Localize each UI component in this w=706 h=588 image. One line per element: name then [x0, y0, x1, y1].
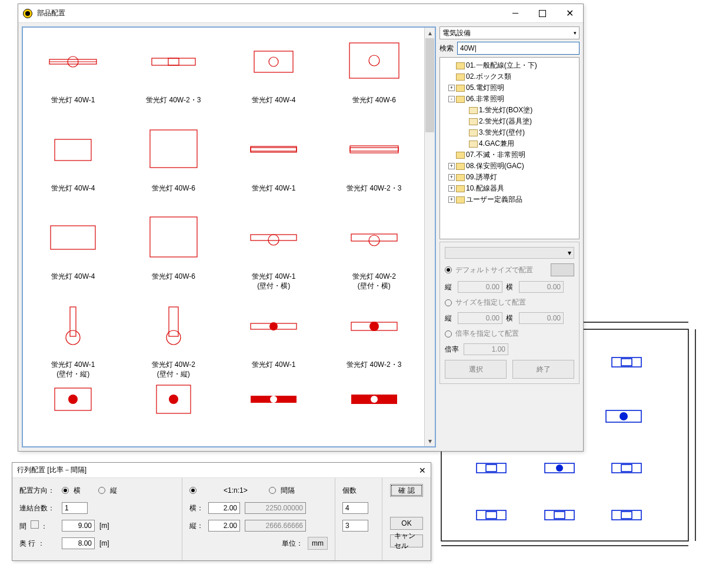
calc-v-output — [245, 520, 306, 532]
folder-icon — [456, 62, 465, 69]
palette-scrollbar[interactable]: ▴ ▾ — [424, 28, 435, 446]
size-h-input — [519, 312, 564, 324]
radio-gap[interactable] — [269, 487, 276, 494]
close-button[interactable]: ✕ — [556, 5, 583, 22]
window-title: 部品配置 — [37, 8, 502, 18]
tree-node[interactable]: +05.電灯照明 — [441, 82, 578, 93]
ratio-v-input[interactable] — [208, 520, 240, 532]
default-button[interactable] — [551, 263, 574, 276]
tree-node[interactable]: +09.誘導灯 — [441, 172, 578, 183]
tree-node[interactable]: 3.蛍光灯(壁付) — [441, 127, 578, 138]
palette-item[interactable]: 蛍光灯 40W-2・3 — [324, 292, 425, 380]
scroll-up-icon[interactable]: ▴ — [425, 28, 435, 38]
tree-spacer — [461, 129, 468, 136]
palette-item[interactable]: 蛍光灯 40W-1 — [23, 28, 124, 116]
scroll-thumb[interactable] — [425, 38, 434, 132]
unit-button[interactable]: mm — [308, 537, 328, 550]
palette-item[interactable]: 蛍光灯 40W-2(壁付・縦) — [124, 292, 224, 380]
tree-node[interactable]: 2.蛍光灯(器具塗) — [441, 116, 578, 127]
radio-default-size[interactable] — [445, 266, 452, 273]
folder-icon — [469, 141, 478, 148]
tree-node[interactable]: +10.配線器具 — [441, 183, 578, 194]
expand-icon[interactable]: + — [448, 174, 455, 181]
svg-rect-43 — [169, 307, 178, 336]
radio-ratio[interactable] — [189, 487, 197, 494]
palette-item[interactable]: 蛍光灯 40W-6 — [124, 116, 224, 204]
search-label: 検索 — [439, 44, 454, 54]
svg-rect-35 — [51, 226, 95, 249]
palette-item[interactable] — [324, 380, 425, 422]
app-icon — [23, 9, 32, 18]
size-panel: ▾ デフォルトサイズで配置 縦 横 サイズを指定して配置 — [439, 242, 580, 384]
tree-node[interactable]: 02.ボックス類 — [441, 71, 578, 82]
chevron-down-icon: ▾ — [574, 30, 577, 36]
tree-node-label: 3.蛍光灯(壁付) — [479, 128, 525, 138]
qty-h-input[interactable] — [342, 502, 368, 514]
exit-button[interactable]: 終了 — [512, 360, 574, 379]
palette-item[interactable] — [23, 380, 124, 422]
folder-icon — [456, 185, 465, 192]
palette-item[interactable]: 蛍光灯 40W-2・3 — [124, 28, 224, 116]
radio-vertical[interactable] — [98, 487, 105, 494]
link-count-input[interactable] — [62, 502, 88, 514]
qty-v-input[interactable] — [342, 520, 368, 532]
palette-item[interactable]: 蛍光灯 40W-4 — [23, 204, 124, 292]
svg-point-52 — [169, 395, 178, 404]
palette-item[interactable]: 蛍光灯 40W-2・3 — [324, 116, 425, 204]
palette-item[interactable]: 蛍光灯 40W-1 — [224, 116, 324, 204]
confirm-button[interactable]: 確 認 — [390, 484, 423, 497]
span-unit-box[interactable] — [31, 520, 39, 529]
radio-scale[interactable] — [445, 330, 452, 338]
palette-item[interactable]: 蛍光灯 40W-4 — [224, 28, 324, 116]
palette-item[interactable]: 蛍光灯 40W-2(壁付・横) — [324, 204, 425, 292]
radio-custom-size[interactable] — [445, 299, 452, 306]
palette-item[interactable]: 蛍光灯 40W-1(壁付・横) — [224, 204, 324, 292]
radio-horizontal[interactable] — [62, 487, 69, 494]
tree-node[interactable]: +ユーザー定義部品 — [441, 194, 578, 205]
palette-item[interactable] — [124, 380, 224, 422]
ratio-h-input[interactable] — [208, 502, 240, 514]
tree-node[interactable]: 07.不滅・非常照明 — [441, 149, 578, 161]
parts-placement-window: 部品配置 ✕ 蛍光灯 40W-1 蛍光灯 40W-2・3 — [18, 4, 584, 452]
expand-icon[interactable]: + — [448, 185, 455, 192]
category-select[interactable]: 電気設備▾ — [439, 26, 580, 39]
folder-icon — [456, 96, 465, 103]
folder-icon — [456, 152, 465, 159]
category-tree[interactable]: 01.一般配線(立上・下)02.ボックス類+05.電灯照明-06.非常照明1.蛍… — [439, 57, 580, 239]
svg-rect-30 — [150, 130, 197, 168]
search-input[interactable] — [457, 42, 580, 55]
select-button[interactable]: 選択 — [445, 360, 507, 379]
palette-item[interactable]: 蛍光灯 40W-4 — [23, 116, 124, 204]
svg-rect-23 — [152, 58, 195, 65]
maximize-button[interactable] — [529, 5, 556, 22]
svg-rect-19 — [621, 512, 632, 519]
folder-icon — [456, 163, 465, 170]
palette-item[interactable]: 蛍光灯 40W-1(壁付・縦) — [23, 292, 124, 380]
tree-spacer — [448, 152, 455, 158]
tree-node[interactable]: +08.保安照明(GAC) — [441, 161, 578, 172]
svg-rect-13 — [621, 465, 632, 472]
expand-icon[interactable]: + — [448, 196, 455, 203]
tree-node[interactable]: 4.GAC兼用 — [441, 138, 578, 149]
close-button[interactable]: ✕ — [419, 466, 426, 475]
palette-item[interactable]: 蛍光灯 40W-6 — [124, 204, 224, 292]
titlebar[interactable]: 部品配置 ✕ — [18, 4, 583, 23]
tree-node[interactable]: -06.非常照明 — [441, 93, 578, 105]
palette-item[interactable]: 蛍光灯 40W-1 — [224, 292, 324, 380]
minimize-button[interactable] — [502, 5, 529, 22]
scroll-down-icon[interactable]: ▾ — [425, 436, 435, 446]
depth-input[interactable] — [62, 537, 95, 549]
ok-button[interactable]: OK — [390, 517, 423, 530]
titlebar[interactable]: 行列配置 [比率－間隔] ✕ — [12, 463, 431, 478]
folder-icon — [469, 107, 478, 114]
span-input[interactable] — [62, 520, 95, 532]
expand-icon[interactable]: + — [448, 163, 455, 169]
cancel-button[interactable]: キャンセル — [390, 534, 423, 547]
expand-icon[interactable]: + — [448, 85, 455, 91]
collapse-icon[interactable]: - — [448, 96, 455, 102]
tree-node[interactable]: 1.蛍光灯(BOX塗) — [441, 105, 578, 116]
tree-node[interactable]: 01.一般配線(立上・下) — [441, 60, 578, 71]
palette-item[interactable] — [224, 380, 324, 422]
palette-item[interactable]: 蛍光灯 40W-6 — [324, 28, 425, 116]
folder-icon — [456, 74, 465, 81]
